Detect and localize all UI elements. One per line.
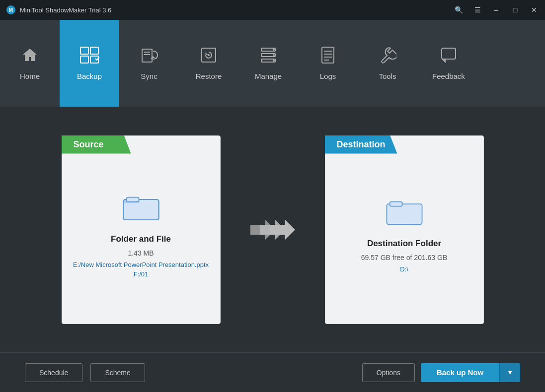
main-content: Source Folder and File 1.43 MB E:/New Mi… [0, 107, 545, 352]
nav-bar: Home Backup Sync [0, 20, 545, 107]
svg-rect-6 [142, 49, 152, 62]
destination-card-title: Destination Folder [367, 239, 441, 249]
svg-rect-30 [389, 202, 402, 206]
nav-logs-label: Logs [320, 72, 336, 80]
nav-restore[interactable]: Restore [179, 20, 238, 107]
source-card-wrapper[interactable]: Source Folder and File 1.43 MB E:/New Mi… [62, 135, 221, 324]
nav-restore-label: Restore [196, 72, 222, 80]
menu-button[interactable]: ☰ [472, 5, 482, 15]
title-bar: M MiniTool ShadowMaker Trial 3.6 🔍 ☰ – □… [0, 0, 545, 20]
options-button[interactable]: Options [362, 363, 415, 382]
minimize-button[interactable]: – [491, 5, 501, 15]
destination-card-free: 69.57 GB free of 201.63 GB [361, 254, 448, 261]
nav-home-label: Home [20, 72, 40, 80]
nav-feedback-label: Feedback [432, 72, 465, 80]
manage-icon [259, 46, 277, 68]
svg-point-16 [273, 60, 275, 62]
app-logo-icon: M [6, 5, 16, 15]
bottom-bar: Schedule Scheme Options Back up Now ▼ [0, 352, 545, 392]
search-button[interactable]: 🔍 [454, 5, 464, 15]
svg-rect-25 [126, 197, 139, 201]
destination-label: Destination [325, 135, 397, 154]
app-title: MiniTool ShadowMaker Trial 3.6 [20, 6, 111, 14]
svg-point-15 [273, 54, 275, 56]
destination-card[interactable]: Destination Folder 69.57 GB free of 201.… [325, 135, 484, 324]
bottom-left-actions: Schedule Scheme [25, 363, 145, 382]
bottom-right-actions: Options Back up Now ▼ [362, 363, 520, 382]
tools-icon [379, 46, 396, 68]
destination-card-wrapper[interactable]: Destination Destination Folder 69.57 GB … [325, 135, 484, 324]
close-button[interactable]: ✕ [529, 5, 539, 15]
nav-home[interactable]: Home [0, 20, 60, 107]
source-card-size: 1.43 MB [128, 249, 154, 257]
nav-logs[interactable]: Logs [298, 20, 358, 107]
logs-icon [319, 46, 337, 68]
nav-manage-label: Manage [255, 72, 282, 80]
schedule-button[interactable]: Schedule [25, 363, 82, 382]
source-folder-icon [121, 190, 161, 224]
nav-sync-label: Sync [141, 72, 157, 80]
source-label: Source [62, 135, 131, 154]
nav-tools-label: Tools [379, 72, 396, 80]
title-controls: 🔍 ☰ – □ ✕ [454, 5, 539, 15]
svg-rect-22 [442, 48, 456, 59]
dropdown-arrow-icon: ▼ [507, 369, 513, 376]
svg-rect-29 [387, 204, 422, 224]
maximize-button[interactable]: □ [510, 5, 520, 15]
backup-icon [79, 46, 99, 68]
svg-rect-3 [90, 47, 98, 54]
arrow-indicator [250, 217, 295, 242]
backup-now-dropdown-button[interactable]: ▼ [499, 363, 520, 382]
nav-feedback[interactable]: Feedback [417, 20, 480, 107]
source-card-title: Folder and File [111, 234, 171, 244]
nav-manage[interactable]: Manage [238, 20, 298, 107]
backup-now-button[interactable]: Back up Now [421, 363, 499, 382]
destination-folder-icon [385, 195, 424, 229]
svg-text:M: M [9, 7, 13, 13]
svg-rect-17 [322, 47, 334, 63]
svg-point-14 [273, 49, 275, 51]
nav-sync[interactable]: Sync [119, 20, 179, 107]
sync-icon [140, 46, 158, 68]
svg-rect-4 [80, 56, 88, 63]
destination-card-path: D:\ [400, 264, 408, 274]
scheme-button[interactable]: Scheme [90, 363, 145, 382]
source-card[interactable]: Folder and File 1.43 MB E:/New Microsoft… [62, 135, 221, 324]
feedback-icon [440, 46, 458, 68]
title-left: M MiniTool ShadowMaker Trial 3.6 [6, 5, 111, 15]
source-card-path2: F:/01 [134, 269, 149, 279]
svg-rect-2 [80, 47, 88, 54]
nav-backup[interactable]: Backup [60, 20, 119, 107]
svg-point-10 [208, 54, 210, 56]
home-icon [21, 46, 39, 68]
svg-marker-28 [270, 220, 295, 240]
nav-backup-label: Backup [77, 72, 102, 80]
source-card-path1: E:/New Microsoft PowerPoint Presentation… [73, 260, 209, 270]
nav-tools[interactable]: Tools [358, 20, 417, 107]
restore-icon [200, 46, 218, 68]
